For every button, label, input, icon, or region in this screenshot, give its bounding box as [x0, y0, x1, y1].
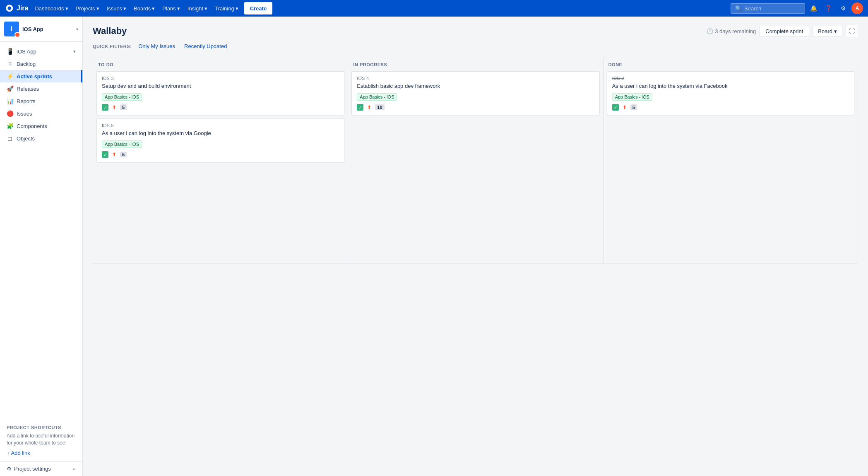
- sidebar-item-label: Components: [17, 123, 47, 129]
- settings-button[interactable]: ⚙: [837, 2, 850, 15]
- expand-icon: ⛶: [849, 28, 855, 34]
- search-box[interactable]: 🔍 Search: [731, 3, 805, 14]
- sidebar-item-label: Releases: [17, 86, 39, 92]
- card-title: Setup dev and and build environment: [102, 82, 339, 90]
- jira-logo-text: Jira: [17, 5, 28, 12]
- shortcuts-title: PROJECT SHORTCUTS: [7, 425, 76, 430]
- issue-id: IOS-3: [102, 76, 339, 81]
- sidebar-item-label: Issues: [17, 111, 32, 117]
- main-content: Wallaby 🕐 3 days remaining Complete spri…: [83, 17, 868, 476]
- story-points: 5: [630, 104, 637, 110]
- kanban-board: TO DO IOS-3 Setup dev and and build envi…: [93, 57, 858, 264]
- nav-projects[interactable]: Projects ▾: [72, 0, 103, 17]
- quick-filters: QUICK FILTERS: Only My Issues Recently U…: [93, 42, 858, 50]
- sidebar-project-header: i iOS App ▾: [0, 17, 82, 42]
- board-header: Wallaby 🕐 3 days remaining Complete spri…: [93, 25, 858, 37]
- issues-icon: 🔴: [7, 110, 13, 117]
- sidebar-item-label: Backlog: [17, 61, 36, 67]
- nav-boards[interactable]: Boards ▾: [130, 0, 158, 17]
- card-ios-2[interactable]: IOS-2 As a user i can log into the syste…: [607, 71, 854, 115]
- story-points: 5: [120, 152, 127, 157]
- card-ios-3[interactable]: IOS-3 Setup dev and and build environmen…: [96, 71, 344, 115]
- help-button[interactable]: ❓: [822, 2, 835, 15]
- column-inprogress: IN PROGRESS IOS-4 Establish basic app de…: [348, 57, 603, 264]
- nav-issues[interactable]: Issues ▾: [103, 0, 130, 17]
- sidebar-item-label: Reports: [17, 98, 36, 104]
- nav-training[interactable]: Training ▾: [212, 0, 241, 17]
- chevron-down-icon: ▾: [204, 5, 207, 12]
- sidebar-item-objects[interactable]: ◻ Objects: [0, 132, 82, 145]
- card-footer: ✓ ⬆ 5: [102, 104, 339, 111]
- chevron-down-icon: ▾: [65, 5, 68, 12]
- card-ios-5[interactable]: IOS-5 As a user i can log into the syste…: [96, 118, 344, 162]
- sidebar: i iOS App ▾ 📱 iOS App ▾ ≡ Backlog ⚡ Acti…: [0, 17, 83, 476]
- project-chevron-icon[interactable]: ▾: [76, 27, 78, 31]
- issue-id: IOS-2: [612, 76, 849, 81]
- card-footer: ✓ ⬆ 10: [357, 104, 594, 111]
- sidebar-item-releases[interactable]: 🚀 Releases: [0, 82, 82, 95]
- filter-my-issues[interactable]: Only My Issues: [136, 42, 178, 50]
- releases-icon: 🚀: [7, 85, 13, 92]
- priority-icon: ⬆: [366, 104, 373, 111]
- card-epic: App Basics - iOS: [102, 140, 142, 148]
- create-button[interactable]: Create: [244, 2, 272, 14]
- jira-logo[interactable]: Jira: [5, 4, 28, 13]
- reports-icon: 📊: [7, 98, 13, 104]
- chevron-down-icon: ▾: [123, 5, 126, 12]
- board-view-button[interactable]: Board ▾: [813, 26, 842, 37]
- column-done-header: DONE: [607, 62, 854, 67]
- issue-id: IOS-5: [102, 123, 339, 128]
- sidebar-item-active-sprints[interactable]: ⚡ Active sprints: [0, 70, 82, 82]
- card-footer: ✓ ⬆ 5: [612, 104, 849, 111]
- complete-sprint-button[interactable]: Complete sprint: [759, 26, 809, 37]
- quick-filters-label: QUICK FILTERS:: [93, 44, 132, 49]
- card-ios-4[interactable]: IOS-4 Establish basic app dev framework …: [351, 71, 599, 115]
- card-footer: ✓ ⬆ 5: [102, 151, 339, 158]
- project-shortcuts: PROJECT SHORTCUTS Add a link to useful i…: [0, 420, 82, 461]
- sidebar-item-issues[interactable]: 🔴 Issues: [0, 107, 82, 120]
- column-todo: TO DO IOS-3 Setup dev and and build envi…: [93, 57, 348, 264]
- column-done: DONE IOS-2 As a user i can log into the …: [603, 57, 858, 264]
- sidebar-item-label: Objects: [17, 135, 35, 142]
- story-type-icon: ✓: [102, 151, 108, 158]
- sidebar-item-backlog[interactable]: ≡ Backlog: [0, 58, 82, 70]
- card-title: As a user i can log into the system via …: [102, 130, 339, 137]
- project-settings-button[interactable]: ⚙ Project settings ‹‹: [0, 461, 82, 476]
- sidebar-item-components[interactable]: 🧩 Components: [0, 120, 82, 132]
- sidebar-item-label: iOS App: [17, 48, 36, 55]
- filter-recently-updated[interactable]: Recently Updated: [182, 42, 229, 50]
- card-title: As a user i can log into the system via …: [612, 82, 849, 90]
- story-type-icon: ✓: [612, 104, 619, 111]
- chevron-down-icon: ▾: [177, 5, 180, 12]
- story-points: 10: [375, 104, 384, 110]
- search-icon: 🔍: [735, 5, 742, 12]
- ios-app-icon: 📱: [7, 48, 13, 55]
- help-icon: ❓: [825, 5, 832, 12]
- sidebar-item-reports[interactable]: 📊 Reports: [0, 95, 82, 107]
- story-points: 5: [120, 104, 127, 110]
- project-icon-badge: [14, 32, 20, 38]
- top-navigation: Jira Dashboards ▾ Projects ▾ Issues ▾ Bo…: [0, 0, 868, 17]
- issue-id: IOS-4: [357, 76, 594, 81]
- nav-plans[interactable]: Plans ▾: [159, 0, 183, 17]
- priority-icon: ⬆: [111, 104, 118, 111]
- sidebar-item-ios-app[interactable]: 📱 iOS App ▾: [0, 45, 82, 58]
- nav-dashboards[interactable]: Dashboards ▾: [31, 0, 71, 17]
- notifications-button[interactable]: 🔔: [807, 2, 820, 15]
- project-settings-label: Project settings: [14, 466, 51, 472]
- expand-button[interactable]: ⛶: [846, 25, 858, 37]
- story-type-icon: ✓: [357, 104, 363, 111]
- settings-icon: ⚙: [7, 466, 12, 472]
- column-inprogress-header: IN PROGRESS: [351, 62, 599, 67]
- chevron-down-icon: ▾: [236, 5, 238, 12]
- user-avatar[interactable]: A: [851, 2, 863, 14]
- components-icon: 🧩: [7, 123, 13, 129]
- objects-icon: ◻: [7, 135, 13, 142]
- nav-insight[interactable]: Insight ▾: [184, 0, 211, 17]
- priority-icon: ⬆: [111, 151, 118, 158]
- priority-icon: ⬆: [621, 104, 628, 111]
- backlog-icon: ≡: [7, 60, 13, 67]
- add-link-button[interactable]: + Add link: [7, 450, 76, 456]
- shortcuts-description: Add a link to useful information for you…: [7, 433, 76, 447]
- gear-icon: ⚙: [841, 5, 846, 12]
